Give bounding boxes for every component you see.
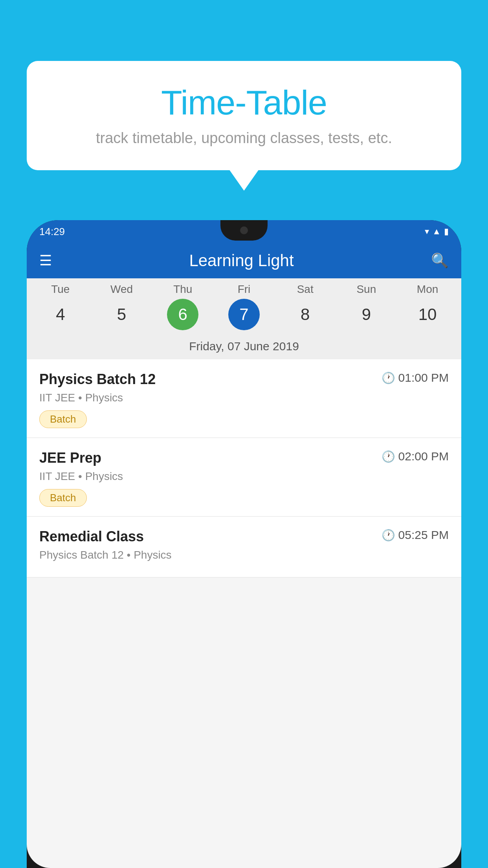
day-6-wrapper[interactable]: 6 xyxy=(157,299,208,330)
signal-icon: ▲ xyxy=(432,226,441,237)
day-9[interactable]: 9 xyxy=(341,305,392,324)
selected-date: Friday, 07 June 2019 xyxy=(27,337,461,359)
phone-screen: Tue Wed Thu Fri Sat Sun Mon 4 5 6 xyxy=(27,278,461,868)
batch-tag-1: Batch xyxy=(39,410,87,428)
day-4-wrapper[interactable]: 4 xyxy=(35,305,86,324)
bubble-subtitle: track timetable, upcoming classes, tests… xyxy=(50,130,438,147)
schedule-item-2[interactable]: JEE Prep 🕐 02:00 PM IIT JEE • Physics Ba… xyxy=(27,438,461,517)
phone-notch xyxy=(220,220,268,241)
schedule-item-3[interactable]: Remedial Class 🕐 05:25 PM Physics Batch … xyxy=(27,517,461,577)
clock-icon-3: 🕐 xyxy=(382,529,395,542)
day-header-mon: Mon xyxy=(402,283,453,296)
day-5[interactable]: 5 xyxy=(96,305,147,324)
clock-icon-2: 🕐 xyxy=(382,450,395,463)
app-title: Learning Light xyxy=(189,251,294,270)
day-10[interactable]: 10 xyxy=(402,305,453,324)
clock-icon-1: 🕐 xyxy=(382,371,395,384)
schedule-item-3-header: Remedial Class 🕐 05:25 PM xyxy=(39,528,449,545)
menu-icon[interactable]: ☰ xyxy=(39,254,52,268)
bubble-title: Time-Table xyxy=(50,83,438,123)
battery-icon: ▮ xyxy=(444,226,449,237)
batch-tag-2: Batch xyxy=(39,489,87,507)
schedule-item-2-time: 🕐 02:00 PM xyxy=(382,450,449,463)
day-header-sun: Sun xyxy=(341,283,392,296)
schedule-item-3-time: 🕐 05:25 PM xyxy=(382,528,449,542)
status-bar: 14:29 ▾ ▲ ▮ xyxy=(27,220,461,243)
schedule-list: Physics Batch 12 🕐 01:00 PM IIT JEE • Ph… xyxy=(27,359,461,577)
day-6-today[interactable]: 6 xyxy=(167,299,198,330)
status-icons: ▾ ▲ ▮ xyxy=(425,226,449,237)
schedule-item-1-header: Physics Batch 12 🕐 01:00 PM xyxy=(39,371,449,388)
day-8-wrapper[interactable]: 8 xyxy=(280,305,331,324)
schedule-item-3-subtitle: Physics Batch 12 • Physics xyxy=(39,549,449,561)
calendar-section: Tue Wed Thu Fri Sat Sun Mon 4 5 6 xyxy=(27,278,461,359)
schedule-item-1-subtitle: IIT JEE • Physics xyxy=(39,392,449,404)
day-header-tue: Tue xyxy=(35,283,86,296)
day-9-wrapper[interactable]: 9 xyxy=(341,305,392,324)
wifi-icon: ▾ xyxy=(425,226,429,237)
app-bar: ☰ Learning Light 🔍 xyxy=(27,243,461,278)
schedule-item-1-time: 🕐 01:00 PM xyxy=(382,371,449,384)
schedule-item-2-title: JEE Prep xyxy=(39,450,101,466)
day-header-fri: Fri xyxy=(218,283,270,296)
day-header-thu: Thu xyxy=(157,283,208,296)
schedule-item-2-subtitle: IIT JEE • Physics xyxy=(39,470,449,483)
schedule-item-1-title: Physics Batch 12 xyxy=(39,371,156,388)
day-header-sat: Sat xyxy=(280,283,331,296)
day-headers: Tue Wed Thu Fri Sat Sun Mon xyxy=(27,283,461,299)
schedule-item-2-header: JEE Prep 🕐 02:00 PM xyxy=(39,450,449,466)
search-icon[interactable]: 🔍 xyxy=(431,252,449,269)
schedule-item-1[interactable]: Physics Batch 12 🕐 01:00 PM IIT JEE • Ph… xyxy=(27,359,461,438)
day-header-wed: Wed xyxy=(96,283,147,296)
status-time: 14:29 xyxy=(39,226,65,238)
day-8[interactable]: 8 xyxy=(280,305,331,324)
day-7-selected[interactable]: 7 xyxy=(228,299,260,330)
day-numbers: 4 5 6 7 8 9 10 xyxy=(27,299,461,337)
camera-dot xyxy=(240,226,248,234)
speech-bubble: Time-Table track timetable, upcoming cla… xyxy=(27,61,461,170)
schedule-item-3-title: Remedial Class xyxy=(39,528,144,545)
day-7-wrapper[interactable]: 7 xyxy=(218,299,270,330)
day-5-wrapper[interactable]: 5 xyxy=(96,305,147,324)
day-4[interactable]: 4 xyxy=(35,305,86,324)
day-10-wrapper[interactable]: 10 xyxy=(402,305,453,324)
phone-frame: 14:29 ▾ ▲ ▮ ☰ Learning Light 🔍 Tue Wed T… xyxy=(27,220,461,868)
